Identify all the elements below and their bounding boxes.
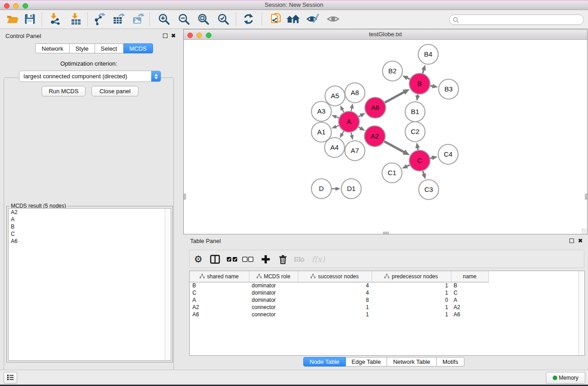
edge-A2-C[interactable] [384, 141, 404, 152]
edge-A-A3[interactable] [336, 117, 339, 118]
vertical-scroll-marker[interactable] [585, 194, 587, 200]
zoom-window-icon[interactable] [23, 3, 28, 9]
network-canvas[interactable]: B4B2BB3A8A5A6A3B1AC2A1A2A4A7C4CC1DD1C3 [184, 40, 587, 234]
memory-button[interactable]: Memory [546, 372, 585, 384]
attribute-table[interactable]: shared nameMCDS rolesuccessor nodesprede… [190, 271, 489, 318]
import-network-icon [49, 13, 62, 25]
table-toolbar: ⚙ [189, 250, 584, 268]
zoom-network-window-icon[interactable] [206, 33, 211, 38]
tab-network[interactable]: Network [35, 43, 70, 53]
show-graphics-button[interactable] [326, 12, 340, 27]
home-view-button[interactable] [286, 12, 301, 27]
zoom-selected-button[interactable] [216, 12, 230, 27]
table-row[interactable]: Bdominator41B [190, 282, 488, 289]
open-session-icon [6, 13, 19, 25]
edge-C-C3[interactable] [423, 171, 424, 174]
table-row[interactable]: Cdominator41C [190, 289, 488, 296]
refresh-button[interactable] [241, 12, 256, 27]
open-session-button[interactable] [5, 12, 20, 27]
edge-A-A7[interactable] [351, 133, 352, 136]
mcds-result-item[interactable]: A [9, 216, 171, 223]
close-window-icon[interactable] [4, 3, 10, 9]
table-scrollbar[interactable] [578, 271, 584, 355]
search-input[interactable] [461, 17, 583, 23]
toolbar-separator [42, 13, 42, 26]
mcds-result-item[interactable]: C [9, 230, 171, 238]
mcds-result-list[interactable]: A2ABCA6 [8, 208, 171, 361]
column-header-MCDS-role[interactable]: MCDS role [249, 271, 298, 282]
split-view-button[interactable] [208, 252, 222, 267]
edge-A6-B[interactable] [385, 92, 404, 102]
vertical-scroll-marker[interactable] [184, 194, 186, 200]
list-scrollbar[interactable] [165, 209, 171, 360]
tab-mcds[interactable]: MCDS [124, 43, 153, 53]
save-session-button[interactable] [23, 12, 37, 27]
close-network-window-icon[interactable] [187, 33, 193, 38]
mcds-result-item[interactable]: A6 [9, 238, 171, 245]
table-tab-motifs[interactable]: Motifs [437, 357, 465, 367]
edge-A-A5[interactable] [342, 110, 344, 112]
mcds-result-item[interactable]: A2 [9, 209, 171, 216]
table-row[interactable]: A2connector11A2 [190, 304, 488, 311]
task-history-button[interactable] [4, 372, 17, 384]
edge-C-C1[interactable] [406, 165, 410, 167]
zoom-fit-button[interactable] [196, 12, 210, 27]
float-table-panel-icon[interactable] [569, 238, 574, 243]
node-label-C4: C4 [444, 150, 452, 158]
edge-A-A1[interactable] [336, 125, 339, 127]
table-tab-node-table[interactable]: Node Table [303, 357, 346, 367]
export-network-button[interactable] [92, 12, 107, 27]
table-cell: connector [249, 304, 298, 311]
settings-gear-button[interactable]: ⚙ [191, 252, 206, 267]
delete-column-button[interactable] [276, 252, 290, 267]
column-header-successor-nodes[interactable]: successor nodes [298, 271, 372, 282]
table-tab-edge-table[interactable]: Edge Table [346, 357, 387, 367]
column-header-shared-name[interactable]: shared name [190, 271, 249, 282]
network-window-titlebar[interactable]: testGlobe.txt [184, 29, 587, 40]
import-network-button[interactable] [48, 12, 62, 27]
clone-network-button[interactable] [269, 12, 283, 27]
edge-A-A4[interactable] [342, 131, 344, 134]
column-header-predecessor-nodes[interactable]: predecessor nodes [372, 271, 451, 282]
mcds-result-item[interactable]: B [9, 223, 171, 230]
table-cell: B [190, 282, 249, 289]
export-image-button[interactable] [131, 12, 146, 27]
table-row[interactable]: Adominator80A [190, 296, 488, 304]
clear-table-button [292, 252, 306, 267]
search-field[interactable] [449, 14, 584, 25]
export-table-button[interactable] [112, 12, 126, 27]
column-header-name[interactable]: name [451, 271, 488, 282]
close-panel-button[interactable]: Close panel [91, 86, 139, 96]
minimize-network-window-icon[interactable] [196, 33, 202, 38]
run-mcds-button[interactable]: Run MCDS [42, 86, 86, 96]
edge-A-A8[interactable] [351, 108, 352, 111]
zoom-out-button[interactable] [177, 12, 191, 27]
criterion-dropdown[interactable]: largest connected component (directed) [19, 71, 161, 82]
network-view-window: testGlobe.txt B4B2BB3A8A5A6A3B1AC2A1A2A4… [183, 29, 588, 234]
window-resize-grip[interactable] [582, 229, 587, 234]
import-table-button[interactable] [69, 12, 83, 27]
edge-B-B4[interactable] [423, 70, 424, 73]
add-column-button[interactable] [258, 252, 273, 267]
close-panel-icon[interactable]: ✖ [171, 33, 176, 38]
table-cell: 8 [298, 296, 372, 304]
table-tab-network-table[interactable]: Network Table [387, 357, 436, 367]
close-table-panel-icon[interactable]: ✖ [578, 238, 583, 243]
network-window-controls[interactable] [187, 32, 211, 40]
table-panel-title: Table Panel [190, 238, 221, 244]
edge-arrowhead [416, 143, 420, 148]
deselect-all-columns-button[interactable] [241, 252, 255, 267]
export-image-icon [132, 13, 145, 25]
zoom-in-button[interactable] [157, 12, 171, 27]
window-controls[interactable] [4, 2, 28, 10]
tab-style[interactable]: Style [70, 43, 95, 53]
float-panel-icon[interactable] [163, 33, 167, 38]
horizontal-scroll-marker[interactable] [383, 232, 389, 234]
hide-annotations-button[interactable] [306, 12, 320, 27]
table-row[interactable]: A6connector11A6 [190, 311, 488, 318]
select-all-columns-button[interactable] [225, 252, 239, 267]
edge-B-B2[interactable] [407, 78, 410, 79]
minimize-window-icon[interactable] [13, 3, 19, 9]
tab-select[interactable]: Select [95, 43, 124, 53]
node-label-A7: A7 [351, 147, 359, 154]
